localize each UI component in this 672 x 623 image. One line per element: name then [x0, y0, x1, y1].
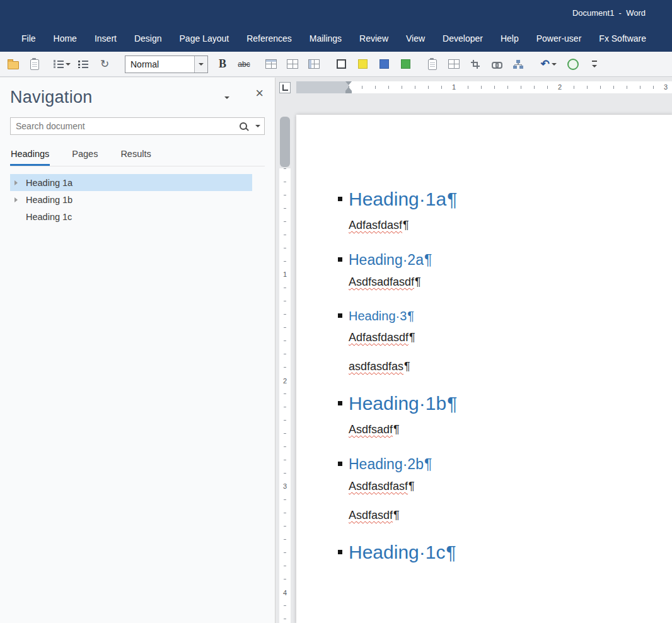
- refresh-button[interactable]: ↻: [94, 55, 115, 74]
- search-icon: [240, 122, 247, 130]
- title-bar: Document1 - Word: [0, 0, 672, 25]
- menu-tab-power-user[interactable]: Power-user: [528, 25, 591, 52]
- tab-results[interactable]: Results: [120, 146, 151, 166]
- pilcrow-mark: ¶: [393, 509, 400, 521]
- menu-tab-file[interactable]: File: [13, 25, 45, 52]
- paste-button[interactable]: [24, 55, 45, 74]
- body-paragraph[interactable]: Asdfsadf¶: [349, 421, 661, 438]
- left-tab-icon: [282, 84, 288, 91]
- body-paragraph[interactable]: Asdfasdf¶: [349, 507, 661, 523]
- heading-3[interactable]: Heading·3¶: [349, 308, 661, 324]
- paste-special-button[interactable]: [422, 55, 443, 74]
- nav-item-label: Heading 1a: [26, 178, 72, 188]
- menu-tab-view[interactable]: View: [397, 25, 434, 52]
- broken-link-icon: [492, 61, 502, 68]
- yellow-highlight-button[interactable]: [352, 55, 373, 74]
- yellow-swatch-icon: [358, 59, 368, 69]
- search-input[interactable]: [11, 121, 235, 131]
- nav-item-heading-1a[interactable]: Heading 1a: [10, 174, 252, 191]
- pilcrow-mark: ¶: [415, 276, 421, 288]
- record-macro-button[interactable]: [562, 55, 584, 74]
- paragraph-properties-marker-icon: [338, 550, 342, 554]
- navigation-tabs: Headings Pages Results: [10, 146, 265, 166]
- chevron-down-icon: [66, 63, 71, 66]
- menu-tab-help[interactable]: Help: [492, 25, 528, 52]
- close-pane-button[interactable]: ×: [255, 86, 264, 100]
- menu-tab-references[interactable]: References: [238, 25, 301, 52]
- heading-1b[interactable]: Heading·1b¶: [349, 392, 661, 415]
- green-highlight-button[interactable]: [395, 55, 416, 74]
- horizontal-ruler-active-area: 1 2 3: [349, 81, 672, 93]
- menu-tab-design[interactable]: Design: [125, 25, 171, 52]
- pane-options-chevron-icon[interactable]: [224, 96, 229, 99]
- insert-table-button[interactable]: [282, 55, 303, 74]
- menu-tab-developer[interactable]: Developer: [434, 25, 492, 52]
- pilcrow-mark: ¶: [404, 360, 410, 373]
- heading-2a[interactable]: Heading·2a¶: [349, 251, 661, 269]
- chevron-down-icon: [552, 63, 557, 66]
- document-page[interactable]: Heading·1a¶ Adfasfdasf¶ Heading·2a¶ Asdf…: [296, 115, 672, 623]
- heading-1c[interactable]: Heading·1c¶: [349, 541, 661, 564]
- pilcrow-mark: ¶: [409, 331, 415, 344]
- bullet-list-icon: [78, 60, 88, 68]
- body-paragraph[interactable]: asdfasdfas¶: [349, 358, 661, 375]
- bold-button[interactable]: B: [212, 55, 233, 74]
- merge-cells-button[interactable]: [260, 55, 282, 74]
- first-line-indent-marker[interactable]: [345, 81, 352, 85]
- ruler-number: 3: [279, 480, 291, 492]
- heading-2b[interactable]: Heading·2b¶: [349, 455, 661, 473]
- paragraph-properties-marker-icon: [338, 197, 342, 201]
- blue-highlight-button[interactable]: [373, 55, 395, 74]
- org-chart-button[interactable]: [507, 55, 529, 74]
- circle-icon: [567, 59, 579, 70]
- menu-tab-page-layout[interactable]: Page Layout: [171, 25, 238, 52]
- strikethrough-button[interactable]: abc: [233, 55, 255, 74]
- menu-tab-mailings[interactable]: Mailings: [301, 25, 350, 52]
- nav-item-heading-1c[interactable]: Heading 1c: [10, 208, 252, 225]
- expand-triangle-icon[interactable]: [14, 180, 18, 185]
- crop-icon: [471, 60, 480, 69]
- tab-headings[interactable]: Headings: [10, 146, 50, 166]
- menu-tab-insert[interactable]: Insert: [86, 25, 125, 52]
- table-grid-button[interactable]: [443, 55, 465, 74]
- tab-stop-selector[interactable]: [279, 82, 291, 93]
- table-header-icon: [265, 59, 277, 69]
- menu-tab-home[interactable]: Home: [45, 25, 86, 52]
- search-button[interactable]: [235, 118, 252, 134]
- heading-1a[interactable]: Heading·1a¶: [349, 188, 661, 211]
- left-indent-marker[interactable]: [345, 91, 352, 93]
- heading-text: Heading·2a: [349, 252, 424, 268]
- numbering-button[interactable]: [51, 55, 72, 74]
- remove-link-button[interactable]: [486, 55, 507, 74]
- style-dropdown-button[interactable]: [194, 56, 207, 73]
- pilcrow-mark: ¶: [393, 423, 400, 436]
- no-fill-button[interactable]: [330, 55, 352, 74]
- body-paragraph[interactable]: Asdfasdfasf¶: [349, 478, 661, 494]
- table-column-button[interactable]: [303, 55, 325, 74]
- toolbar-more-button[interactable]: [584, 55, 605, 74]
- open-button[interactable]: [3, 55, 24, 74]
- menu-tab-fx-software[interactable]: Fx Software: [590, 25, 655, 52]
- hierarchy-icon: [513, 60, 523, 69]
- crop-button[interactable]: [465, 55, 486, 74]
- bullets-button[interactable]: [72, 55, 94, 74]
- window-title: Document1 - Word: [572, 8, 646, 18]
- style-combobox[interactable]: Normal: [125, 55, 208, 73]
- body-paragraph[interactable]: Asdfsadfasdf¶: [349, 274, 661, 290]
- search-box[interactable]: [10, 117, 265, 135]
- nav-item-heading-1b[interactable]: Heading 1b: [10, 191, 252, 208]
- numbered-list-icon: [54, 60, 64, 68]
- pilcrow-mark: ¶: [407, 309, 414, 323]
- search-options-button[interactable]: [252, 118, 264, 134]
- table-column-icon: [308, 59, 320, 69]
- menu-tab-review[interactable]: Review: [350, 25, 397, 52]
- tab-pages[interactable]: Pages: [71, 146, 98, 166]
- expand-triangle-icon[interactable]: [14, 197, 18, 202]
- body-paragraph[interactable]: Adfasfdasdf¶: [349, 329, 661, 346]
- folder-icon: [8, 61, 19, 69]
- body-paragraph[interactable]: Adfasfdasf¶: [349, 217, 661, 233]
- ruler-number: 1: [279, 269, 291, 280]
- blue-swatch-icon: [379, 59, 389, 69]
- headings-list: Heading 1a Heading 1b Heading 1c: [0, 174, 275, 225]
- undo-button[interactable]: ↶: [535, 55, 562, 74]
